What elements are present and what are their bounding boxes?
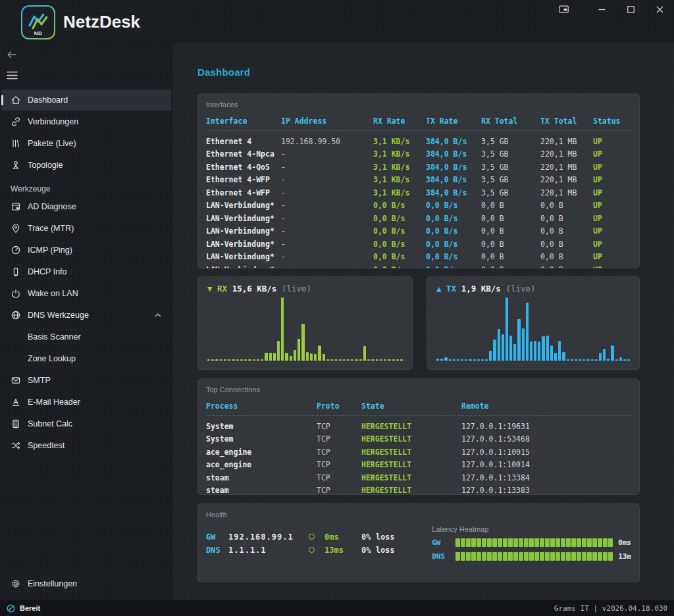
table-cell: 3,1 KB/s (373, 149, 426, 159)
table-cell: 0,0 B/s (373, 240, 426, 249)
table-cell: UP (593, 175, 631, 184)
sidebar-item-label: Subnet Calc (28, 419, 72, 428)
statusbar-credit: Grams IT | v2026.04.18.030 (554, 604, 667, 613)
sidebar-item-pakete-live[interactable]: Pakete (Live) (1, 133, 171, 154)
heatmap-cell (608, 538, 613, 547)
tx-bar (571, 359, 573, 361)
sidebar-item-ad-diagnose[interactable]: AD Diagnose (1, 196, 171, 217)
heatmap-cell (577, 538, 581, 547)
sidebar-item-topologie[interactable]: Topologie (1, 155, 171, 176)
sidebar-item-label: ICMP (Ping) (28, 245, 72, 255)
tx-bar (526, 303, 529, 361)
gauge-icon (11, 245, 21, 255)
table-cell: 127.0.0.1:53468 (461, 434, 631, 444)
sidebar-item-e-mail-header[interactable]: E-Mail Header (1, 392, 171, 413)
sidebar-item-zone-lookup[interactable]: Zone Lookup (1, 348, 171, 369)
heatmap-cell (455, 552, 460, 561)
tx-bar (562, 352, 565, 361)
maximize-button[interactable] (616, 0, 645, 18)
back-button[interactable] (7, 50, 22, 62)
table-cell: 127.0.0.1:10015 (461, 448, 631, 457)
heatmap-gw-label: GW (432, 538, 455, 547)
tx-bar (509, 336, 512, 361)
heatmap-cell (487, 552, 492, 561)
app-title: NetzDesk (63, 12, 140, 32)
rx-chart-header: ▼ RX 15,6 KB/s (live) (207, 284, 403, 294)
table-cell: - (281, 226, 373, 236)
sidebar-section-werkzeuge: Werkzeuge (0, 176, 172, 196)
tx-bar (506, 297, 508, 361)
table-cell: 3,5 GB (481, 163, 540, 172)
heatmap-cell (492, 552, 497, 561)
sidebar-item-dns-werkzeuge[interactable]: DNS Werkzeuge (1, 305, 171, 326)
minimize-button[interactable] (587, 0, 616, 18)
hamburger-menu-icon[interactable] (7, 71, 22, 83)
sidebar-item-icmp-ping[interactable]: ICMP (Ping) (1, 240, 171, 261)
table-cell: TCP (317, 434, 361, 444)
rx-bar (396, 359, 399, 361)
tx-value: 1,9 KB/s (461, 284, 501, 294)
tx-bar (477, 359, 480, 361)
sidebar-item-basis-scanner[interactable]: Basis Scanner (1, 326, 171, 347)
tx-bar (436, 359, 439, 361)
sidebar-item-wake-on-lan[interactable]: Wake on LAN (1, 283, 171, 304)
compact-overlay-icon[interactable] (549, 0, 578, 18)
dns-loss: 0% loss (361, 546, 424, 555)
tx-bar (465, 359, 467, 361)
rx-bar (343, 359, 346, 361)
tx-bar (440, 359, 443, 361)
health-card: Health GW 192.168.99.1 0ms 0% loss DNS 1… (197, 503, 640, 582)
sidebar-item-speedtest[interactable]: Speedtest (1, 435, 171, 456)
rx-bar (215, 359, 218, 361)
connections-card-title: Top Connections (206, 386, 631, 394)
sidebar-item-subnet-calc[interactable]: Subnet Calc (1, 413, 171, 434)
rx-bar (248, 359, 251, 361)
gw-loss: 0% loss (361, 532, 424, 542)
sidebar-item-label: Speedtest (28, 441, 65, 450)
sidebar-item-dashboard[interactable]: Dashboard (1, 90, 171, 111)
heatmap-cell (508, 538, 513, 547)
calculator-icon (11, 419, 21, 429)
heatmap-cell (556, 538, 560, 547)
sidebar-item-dhcp-info[interactable]: DHCP Info (1, 261, 171, 282)
table-cell: 0,0 B (481, 252, 540, 261)
heatmap-cell (503, 538, 507, 547)
heatmap-cell (608, 552, 613, 561)
sidebar-item-einstellungen[interactable]: Einstellungen (1, 573, 171, 594)
chevron-up-icon[interactable] (154, 311, 162, 319)
heatmap-title: Latency Heatmap (432, 525, 631, 533)
status-ok-icon (309, 547, 315, 553)
logo-text: ND (22, 30, 54, 36)
heatmap-cell (492, 538, 497, 547)
globe-icon (11, 310, 21, 321)
sidebar-item-smtp[interactable]: SMTP (1, 370, 171, 391)
rx-bar (298, 339, 300, 361)
health-row-gw: GW 192.168.99.1 0ms 0% loss (206, 530, 424, 544)
table-cell: steam (206, 486, 317, 495)
table-cell: Ethernet 4-WFP (206, 188, 281, 197)
table-cell: LAN-Verbindung* (206, 214, 281, 223)
table-cell: 384,0 B/s (426, 137, 481, 146)
table-cell: 384,0 B/s (426, 175, 481, 184)
interfaces-table-body: Ethernet 4192.168.99.503,1 KB/s384,0 B/s… (206, 135, 631, 269)
close-button[interactable] (645, 0, 674, 18)
sidebar-item-trace-mtr[interactable]: Trace (MTR) (1, 218, 171, 239)
table-cell: steam (206, 473, 317, 482)
table-cell: 220,1 MB (540, 163, 593, 172)
heatmap-cell (566, 538, 571, 547)
table-cell: UP (593, 188, 631, 197)
table-cell: 220,1 MB (540, 137, 593, 146)
tx-bar (534, 341, 536, 361)
heatmap-cell (498, 538, 502, 547)
table-cell: Ethernet 4 (206, 137, 281, 146)
tx-bar (603, 349, 606, 361)
table-cell: TCP (317, 422, 361, 431)
rx-bar (244, 359, 247, 361)
heatmap-cell (477, 538, 481, 547)
sidebar-item-label: DHCP Info (28, 267, 67, 276)
rx-bar (371, 359, 374, 361)
sidebar-item-verbindungen[interactable]: Verbindungen (1, 111, 171, 132)
heatmap-cell (571, 538, 576, 547)
health-card-title: Health (206, 511, 424, 519)
table-cell: 384,0 B/s (426, 163, 481, 172)
